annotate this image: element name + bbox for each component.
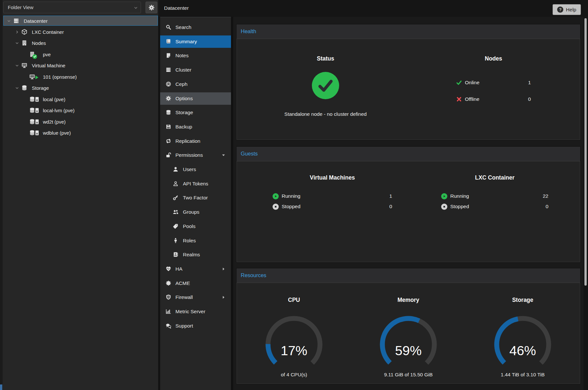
- gauge-heading: CPU: [237, 297, 351, 303]
- nav-item-ha[interactable]: HA: [160, 263, 231, 275]
- nav-item-metric-server[interactable]: Metric Server: [160, 305, 231, 318]
- tree-item-storage[interactable]: Storage: [3, 83, 158, 93]
- gauge-percent: 17%: [262, 343, 326, 358]
- nav-item-cluster[interactable]: Cluster: [160, 64, 231, 76]
- database-icon: [21, 85, 27, 91]
- tree-item-virtual-machine[interactable]: Virtual Machine: [3, 61, 158, 71]
- nav-item-label: Permissions: [175, 149, 203, 161]
- gauge-arc: [376, 316, 441, 367]
- vm-stopped-count: 0: [389, 204, 392, 209]
- tree-item-lxc-container[interactable]: LXC Container: [3, 27, 158, 37]
- nav-item-label: HA: [175, 263, 183, 275]
- unlock-icon: [166, 152, 171, 158]
- play-circle-icon: [273, 193, 279, 199]
- bar-chart-icon: [166, 309, 171, 314]
- lxc-stopped-count: 0: [545, 204, 548, 209]
- nav-item-storage[interactable]: Storage: [160, 106, 231, 119]
- gauge-widget: 59%: [376, 316, 441, 367]
- nav-item-label: Notes: [175, 49, 189, 62]
- nodes-offline-row: Offline 0: [456, 94, 531, 104]
- nav-item-summary[interactable]: Summary: [160, 35, 231, 48]
- comments-icon: [166, 323, 171, 329]
- tree-item-pve[interactable]: pve: [3, 49, 158, 60]
- help-button[interactable]: ? Help: [553, 4, 581, 15]
- gauge-widget: 46%: [490, 316, 555, 367]
- nav-item-search[interactable]: Search: [160, 21, 231, 34]
- search-icon: [166, 24, 171, 30]
- lxc-stopped-row: Stopped 0: [441, 202, 548, 211]
- nav-item-users[interactable]: Users: [160, 163, 231, 176]
- nav-item-permissions[interactable]: Permissions: [160, 149, 231, 161]
- resources-panel-title: Resources: [241, 272, 266, 278]
- stop-circle-icon: [273, 204, 279, 210]
- main-content: Health Status Standalone node - no clust…: [231, 17, 583, 390]
- nav-item-label: Pools: [183, 220, 196, 233]
- cube-icon: [21, 29, 27, 35]
- nav-item-two-factor[interactable]: Two Factor: [160, 192, 231, 204]
- gauge-percent: 59%: [376, 343, 441, 358]
- tree-item-label: Storage: [32, 83, 49, 93]
- cross-icon: [456, 96, 462, 102]
- nav-item-label: Realms: [183, 249, 200, 261]
- offline-label: Offline: [465, 96, 479, 102]
- tree-item-label: LXC Container: [32, 27, 64, 37]
- nav-item-notes[interactable]: Notes: [160, 49, 231, 62]
- retweet-icon: [166, 138, 171, 144]
- key-icon: [173, 195, 178, 200]
- nav-item-backup[interactable]: Backup: [160, 121, 231, 133]
- nav-item-api-tokens[interactable]: API Tokens: [160, 178, 231, 190]
- nav-item-label: Metric Server: [175, 305, 205, 318]
- scrollbar-thumb[interactable]: [584, 18, 587, 286]
- resource-tree-panel: Folder View DatacenterLXC ContainerNodes…: [0, 0, 158, 390]
- gear-icon: [148, 5, 155, 11]
- vm-rows: Running 1 Stopped 0: [273, 192, 392, 211]
- resources-columns: CPU 17% of 4 CPU(s) Memory 59% 9.11: [237, 283, 580, 383]
- gauge-caption: 9.11 GiB of 15.50 GiB: [351, 372, 466, 378]
- nav-item-options[interactable]: Options: [160, 92, 231, 105]
- tree-item-nodes[interactable]: Nodes: [3, 38, 158, 48]
- tree-item-101-opnsense[interactable]: 101 (opnsense): [3, 72, 158, 82]
- gauge-percent: 46%: [490, 343, 555, 358]
- tree-settings-button[interactable]: [146, 2, 157, 13]
- tree-item-wd2t-pve[interactable]: wd2t (pve): [3, 117, 158, 127]
- nav-item-label: Firewall: [175, 291, 193, 303]
- top-bar: Datacenter ? Help: [158, 0, 588, 17]
- lxc-heading: LXC Container: [441, 174, 548, 181]
- lxc-rows: Running 22 Stopped 0: [441, 192, 548, 211]
- tree-item-datacenter[interactable]: Datacenter: [3, 16, 158, 26]
- database-icon: [166, 110, 171, 115]
- resources-panel-body: CPU 17% of 4 CPU(s) Memory 59% 9.11: [236, 283, 580, 384]
- nav-item-ceph[interactable]: Ceph: [160, 78, 231, 90]
- nav-item-pools[interactable]: Pools: [160, 220, 231, 233]
- help-button-label: Help: [566, 7, 576, 13]
- running-label: Running: [450, 193, 469, 199]
- health-status-group: Status Standalone node - no cluster defi…: [274, 39, 377, 140]
- tree-item-label: 101 (opnsense): [43, 72, 77, 82]
- nav-item-replication[interactable]: Replication: [160, 135, 231, 147]
- nav-item-groups[interactable]: Groups: [160, 206, 231, 218]
- caret-right-icon: [221, 295, 226, 300]
- tree-item-local-lvm-pve[interactable]: local-lvm (pve): [3, 105, 158, 115]
- nav-item-acme[interactable]: ACME: [160, 277, 231, 289]
- cluster-status-message: Standalone node - no cluster defined: [274, 111, 377, 117]
- user-o-icon: [173, 181, 178, 186]
- male-icon: [173, 238, 178, 243]
- tree-item-wdblue-pve[interactable]: wdblue (pve): [3, 128, 158, 138]
- nav-item-support[interactable]: Support: [160, 320, 231, 332]
- tree-item-label: Virtual Machine: [32, 61, 65, 71]
- drive-icon: [35, 130, 39, 136]
- nav-item-realms[interactable]: Realms: [160, 249, 231, 261]
- view-mode-select[interactable]: Folder View: [3, 2, 141, 13]
- server-icon: [166, 67, 171, 73]
- nav-item-roles[interactable]: Roles: [160, 235, 231, 247]
- gauge-heading: Storage: [466, 297, 580, 303]
- vm-heading: Virtual Machines: [273, 174, 392, 181]
- caret-right-icon: [221, 267, 226, 271]
- tree-item-label: Datacenter: [24, 16, 47, 26]
- chevron-down-icon[interactable]: [134, 6, 138, 10]
- nav-item-firewall[interactable]: Firewall: [160, 291, 231, 303]
- lxc-running-count: 22: [543, 193, 548, 199]
- nodes-rows: Online 1 Offline 0: [456, 78, 531, 104]
- tree-item-local-pve[interactable]: local (pve): [3, 94, 158, 104]
- nav-item-label: Backup: [175, 121, 192, 133]
